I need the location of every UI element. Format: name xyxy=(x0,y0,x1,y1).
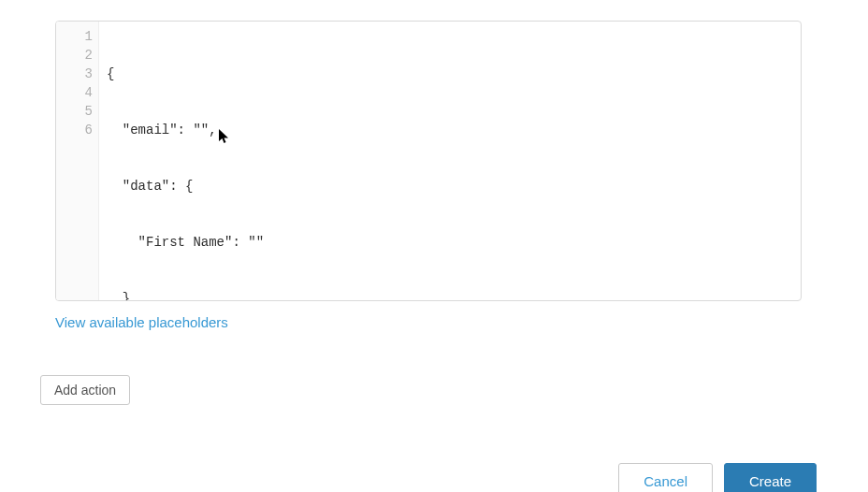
add-action-button[interactable]: Add action xyxy=(40,375,130,405)
code-line: "email": "", xyxy=(107,121,793,139)
code-text-area[interactable]: { "email": "", "data": { "First Name": "… xyxy=(99,22,801,300)
code-line: "data": { xyxy=(107,177,793,195)
code-line: "First Name": "" xyxy=(107,233,793,252)
line-number: 3 xyxy=(56,65,98,83)
json-code-editor[interactable]: 1 2 3 4 5 6 { "email": "", "data": { "Fi… xyxy=(55,21,802,301)
cancel-button[interactable]: Cancel xyxy=(618,463,713,492)
line-number: 2 xyxy=(56,46,98,65)
create-button[interactable]: Create xyxy=(724,463,817,492)
line-number: 1 xyxy=(56,27,98,46)
code-line: { xyxy=(107,65,793,83)
footer-button-row: Cancel Create xyxy=(618,463,817,492)
code-line: } xyxy=(107,289,793,301)
line-number: 6 xyxy=(56,121,98,139)
line-number-gutter: 1 2 3 4 5 6 xyxy=(56,22,99,300)
page-root: 1 2 3 4 5 6 { "email": "", "data": { "Fi… xyxy=(0,0,868,492)
line-number: 4 xyxy=(56,83,98,102)
line-number: 5 xyxy=(56,102,98,121)
view-placeholders-link[interactable]: View available placeholders xyxy=(55,314,228,330)
